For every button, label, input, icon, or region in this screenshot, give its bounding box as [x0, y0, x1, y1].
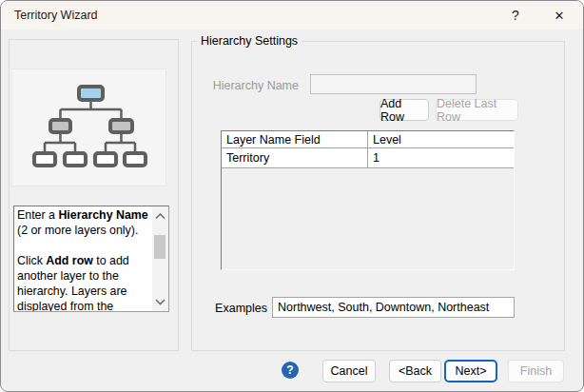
scrollbar-up-button[interactable] [152, 209, 168, 223]
column-header-layer-name-field: Layer Name Field [222, 131, 368, 147]
finish-button: Finish [508, 360, 564, 382]
hierarchy-diagram-icon [29, 83, 150, 172]
chevron-down-icon [155, 299, 165, 305]
delete-last-row-button: Delete Last Row [436, 99, 518, 121]
instructions-textbox: Enter a Hierarchy Name (2 or more layers… [13, 206, 169, 312]
table-row[interactable]: Territory 1 [222, 148, 514, 168]
chevron-up-icon [155, 213, 165, 220]
cancel-button[interactable]: Cancel [322, 360, 376, 382]
close-button[interactable]: ✕ [541, 1, 577, 29]
instructions-paragraph-2: Click Add row to add another layer to th… [17, 253, 150, 312]
table-header-row: Layer Name Field Level [222, 131, 514, 148]
instructions-text: Enter a Hierarchy Name (2 or more layers… [14, 206, 152, 312]
help-icon: ? [512, 8, 519, 23]
column-header-level: Level [368, 131, 514, 147]
hierarchy-name-label: Hierarchy Name [191, 79, 299, 92]
instructions-scrollbar[interactable] [152, 206, 168, 311]
titlebar-help-button[interactable]: ? [499, 1, 532, 29]
window-title: Territory Wizard [14, 9, 98, 22]
paragraph-gap [17, 238, 150, 253]
territory-wizard-dialog: Territory Wizard ? ✕ [0, 0, 584, 392]
hierarchy-name-input [310, 74, 477, 94]
scrollbar-down-button[interactable] [152, 295, 168, 308]
title-bar: Territory Wizard ? ✕ [1, 1, 583, 29]
add-row-button[interactable]: Add Row [380, 99, 429, 121]
cell-layer-name-field[interactable]: Territory [222, 148, 368, 167]
groupbox-title: Hierarchy Settings [197, 34, 302, 48]
help-button[interactable]: ? [282, 362, 299, 379]
instructions-paragraph-1: Enter a Hierarchy Name (2 or more layers… [17, 207, 150, 238]
hierarchy-preview-image [11, 69, 166, 186]
examples-label: Examples [191, 302, 267, 315]
back-button[interactable]: <Back [389, 360, 441, 382]
cell-level[interactable]: 1 [368, 148, 514, 167]
close-icon: ✕ [555, 9, 565, 23]
examples-field: Northwest, South, Downtown, Northeast [272, 297, 515, 318]
layers-table: Layer Name Field Level Territory 1 [221, 130, 515, 270]
scrollbar-thumb[interactable] [154, 235, 165, 259]
next-button[interactable]: Next> [444, 360, 497, 382]
question-mark-icon: ? [286, 363, 293, 377]
